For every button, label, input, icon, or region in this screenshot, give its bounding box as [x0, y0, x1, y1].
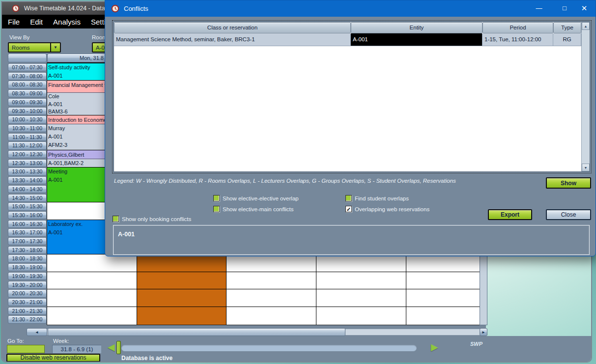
checkbox-label: Find student overlaps	[355, 196, 409, 201]
view-by-value: Rooms	[9, 45, 50, 51]
previous-week-arrow[interactable]: ◀	[108, 341, 115, 353]
checkbox-show-only-booking-conflicts[interactable]: Show only booking conflicts	[113, 216, 191, 222]
scroll-down-button[interactable]: ▼	[582, 164, 590, 171]
dialog-title: Conflicts	[124, 5, 148, 12]
time-slot-button[interactable]: 17:00 - 17:30	[8, 237, 47, 245]
checkbox-find-student-overlaps[interactable]: Find student overlaps	[345, 195, 409, 201]
time-slot-button[interactable]: 18:00 - 18:30	[8, 254, 47, 262]
close-icon: ✕	[581, 4, 588, 12]
conflicts-dialog: Conflicts — □ ✕ Class or reservationEnti…	[105, 0, 596, 256]
unchecked-checkbox-icon[interactable]	[345, 195, 352, 201]
table-scrollbar[interactable]: ▲ ▼	[581, 22, 590, 171]
goto-input[interactable]	[7, 345, 45, 353]
scroll-right-button[interactable]: ►	[480, 328, 487, 336]
time-slot-button[interactable]: 09:00 - 09:30	[8, 98, 47, 106]
checkbox-label: Show only booking conflicts	[122, 216, 191, 222]
maximize-icon: □	[563, 4, 567, 12]
grid-hour-line	[47, 272, 480, 272]
minimize-button[interactable]: —	[531, 3, 547, 14]
time-slot-button[interactable]: 12:30 - 13:00	[8, 159, 47, 167]
menu-item-analysis[interactable]: Analysis	[49, 18, 85, 26]
table-row[interactable]: Management Science Method, seminar, Bake…	[114, 33, 581, 46]
column-header-class-or-reservation[interactable]: Class or reservation	[114, 22, 351, 33]
checked-checkbox-icon[interactable]: ✓	[345, 206, 352, 212]
time-slot-button[interactable]: 19:30 - 20:00	[8, 281, 47, 289]
checkbox-label: Overlapping web reservations	[355, 206, 429, 212]
checkbox-show-elective-main-conflicts[interactable]: Show elective-main conflicts	[213, 206, 293, 212]
checkbox-show-elective-elective-overlap[interactable]: Show elective-elective overlap	[213, 195, 299, 201]
time-slot-button[interactable]: 21:00 - 21:30	[8, 307, 47, 315]
detail-text: A-001	[118, 231, 135, 238]
horizontal-scrollbar[interactable]: ◄ ►	[8, 328, 487, 336]
cell-class-or-reservation[interactable]: Management Science Method, seminar, Bake…	[114, 33, 351, 46]
show-button[interactable]: Show	[546, 177, 591, 189]
cell-type[interactable]: RG	[553, 33, 581, 46]
column-header-period[interactable]: Period	[482, 22, 553, 33]
time-header-blank	[8, 54, 47, 62]
time-slot-button[interactable]: 20:30 - 21:00	[8, 298, 47, 306]
time-slot-button[interactable]: 19:00 - 19:30	[8, 272, 47, 280]
time-slot-button[interactable]: 10:00 - 10:30	[8, 115, 47, 123]
dialog-titlebar[interactable]: Conflicts — □ ✕	[105, 0, 596, 17]
cell-period[interactable]: 1-15, Tue, 11:00-12:00	[482, 33, 553, 46]
time-slot-button[interactable]: 13:30 - 14:00	[8, 176, 47, 184]
detail-box: A-001	[113, 225, 590, 255]
time-slot-button[interactable]: 08:00 - 08:30	[8, 81, 47, 88]
time-slot-button[interactable]: 15:30 - 16:00	[8, 211, 47, 219]
time-slot-button[interactable]: 14:00 - 14:30	[8, 185, 47, 193]
maximize-button[interactable]: □	[556, 3, 573, 14]
scrollbar-thumb[interactable]	[48, 328, 345, 336]
week-slider-thumb[interactable]	[116, 341, 121, 354]
grid-hour-line	[47, 307, 480, 307]
menu-item-file[interactable]: File	[3, 18, 24, 26]
grid-hour-line	[47, 289, 480, 289]
time-slot-button[interactable]: 08:30 - 09:00	[8, 89, 47, 97]
time-slot-button[interactable]: 16:00 - 16:30	[8, 220, 47, 228]
time-slot-button[interactable]: 07:30 - 08:00	[8, 72, 47, 80]
database-status: Database is active	[121, 355, 172, 362]
week-value: 31.8 - 6.9 (1)	[52, 345, 101, 353]
unchecked-checkbox-icon[interactable]	[113, 216, 119, 222]
disable-web-reservations-button[interactable]: Disable web reservations	[6, 354, 100, 362]
table-empty-area	[114, 46, 581, 171]
swp-label: SWP	[470, 341, 482, 347]
next-week-arrow[interactable]: ▶	[431, 341, 438, 353]
status-bar: Go To: Week: 31.8 - 6.9 (1) Disable web …	[2, 336, 592, 363]
time-slot-button[interactable]: 21:30 - 22:00	[8, 315, 47, 323]
window-title: Wise Timetable 14.024 - Database	[24, 5, 118, 12]
table-header-row: Class or reservationEntityPeriodType	[114, 22, 581, 33]
week-slider-track[interactable]	[121, 345, 417, 351]
column-header-entity[interactable]: Entity	[351, 22, 482, 33]
unchecked-checkbox-icon[interactable]	[213, 206, 220, 212]
scroll-left-button[interactable]: ◄	[27, 328, 47, 336]
time-slot-button[interactable]: 17:30 - 18:00	[8, 246, 47, 254]
time-slot-button[interactable]: 09:30 - 10:00	[8, 107, 47, 115]
table-body: Management Science Method, seminar, Bake…	[114, 33, 581, 46]
time-slot-button[interactable]: 12:00 - 12:30	[8, 150, 47, 158]
table-scrollbar-track[interactable]	[582, 30, 590, 164]
time-slot-button[interactable]: 16:30 - 17:00	[8, 228, 47, 236]
export-button[interactable]: Export	[488, 209, 532, 220]
goto-label: Go To:	[7, 338, 24, 344]
time-slot-button[interactable]: 15:00 - 15:30	[8, 202, 47, 210]
time-slot-button[interactable]: 11:30 - 12:00	[8, 141, 47, 149]
checkbox-overlapping-web-reservations[interactable]: ✓Overlapping web reservations	[345, 206, 429, 212]
unchecked-checkbox-icon[interactable]	[213, 195, 220, 201]
cell-entity-selected[interactable]: A-001	[351, 33, 482, 46]
scroll-down-icon: ▼	[584, 166, 588, 169]
close-button[interactable]: Close	[546, 209, 591, 220]
menu-item-edit[interactable]: Edit	[26, 18, 47, 26]
scroll-left-icon: ◄	[35, 330, 39, 335]
time-slot-button[interactable]: 07:00 - 07:30	[8, 63, 47, 71]
view-by-dropdown[interactable]: Rooms ▼	[8, 42, 61, 53]
scroll-up-button[interactable]: ▲	[582, 22, 590, 30]
time-slot-button[interactable]: 13:00 - 13:30	[8, 168, 47, 175]
time-slot-button[interactable]: 10:30 - 11:00	[8, 124, 47, 132]
time-slot-button[interactable]: 14:30 - 15:00	[8, 194, 47, 202]
time-slot-button[interactable]: 20:00 - 20:30	[8, 289, 47, 297]
column-header-type[interactable]: Type	[553, 22, 581, 33]
time-slot-button[interactable]: 11:00 - 11:30	[8, 133, 47, 141]
close-window-button[interactable]: ✕	[576, 3, 593, 14]
legend-text: Legend: W - Wrongly Distributed, R - Roo…	[114, 178, 456, 184]
time-slot-button[interactable]: 18:30 - 19:00	[8, 263, 47, 271]
